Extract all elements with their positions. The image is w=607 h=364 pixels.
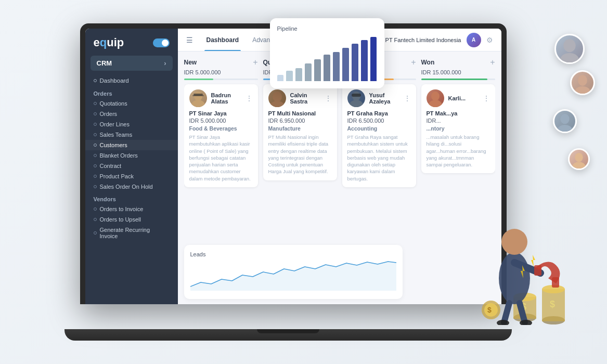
dot-icon xyxy=(94,175,97,178)
sidebar-item-label: Orders xyxy=(100,111,118,117)
card-menu-icon[interactable]: ⋮ xyxy=(246,94,253,102)
sidebar-item-label: Contract xyxy=(100,163,122,169)
sidebar-item-orders[interactable]: Orders xyxy=(85,109,178,119)
sidebar-item-contract[interactable]: Contract xyxy=(85,161,178,171)
dot-icon xyxy=(94,144,97,147)
pipeline-popup: Pipeline xyxy=(270,18,384,88)
card-industry: ...ntory xyxy=(427,125,490,132)
card-header: Badrun Alatas ⋮ xyxy=(189,89,253,107)
card-amount: IDR 5.000.000 xyxy=(189,118,253,124)
card-avatar xyxy=(268,89,286,107)
sidebar-item-label: Generate Recurring Invoice xyxy=(100,227,170,239)
pipeline-bar xyxy=(314,59,321,82)
sidebar-item-generate-invoice[interactable]: Generate Recurring Invoice xyxy=(85,225,178,241)
laptop-container: equip CRM › Dashboard xyxy=(64,23,543,341)
sidebar-item-order-lines[interactable]: Order Lines xyxy=(85,119,178,129)
dot-icon xyxy=(94,112,97,115)
card-industry: Accounting xyxy=(347,125,411,132)
col-progress-new xyxy=(184,79,258,80)
sidebar-item-label: Product Pack xyxy=(100,173,134,179)
toggle-switch[interactable] xyxy=(153,38,170,47)
crm-selector[interactable]: CRM › xyxy=(91,56,173,71)
card-description: PT Graha Raya sangat membutuhkan sistem … xyxy=(347,134,411,182)
sidebar-item-label: Order Lines xyxy=(100,121,130,127)
company-name: PT Fantech Limited Indonesia xyxy=(385,37,461,43)
pipeline-bar xyxy=(361,40,368,81)
sidebar-item-customers[interactable]: Customers xyxy=(85,140,178,150)
pipeline-bar xyxy=(286,71,293,81)
sidebar-item-label: Sales Teams xyxy=(100,132,133,138)
col-add-icon-proposition[interactable]: + xyxy=(411,58,416,67)
card-description: PT Multi Nasional ingin memiliki efisien… xyxy=(268,134,332,175)
svg-line-27 xyxy=(520,303,525,322)
svg-point-10 xyxy=(429,100,442,107)
sidebar-item-orders-to-invoice[interactable]: Orders to Invoice xyxy=(85,204,178,214)
floating-avatar-3 xyxy=(553,109,577,133)
svg-point-11 xyxy=(563,39,575,52)
sidebar-item-blanket-orders[interactable]: Blanket Orders xyxy=(85,150,178,161)
pipeline-bar xyxy=(342,48,349,81)
leads-chart-title: Leads xyxy=(190,251,396,257)
leads-chart-svg xyxy=(190,261,396,291)
svg-point-14 xyxy=(575,86,590,95)
svg-point-18 xyxy=(572,162,586,170)
col-add-icon-new[interactable]: + xyxy=(253,58,257,67)
svg-point-9 xyxy=(431,92,440,101)
tab-dashboard[interactable]: Dashboard xyxy=(204,29,241,51)
avatar: A xyxy=(467,33,481,47)
col-add-icon-won[interactable]: + xyxy=(490,58,495,67)
svg-point-5 xyxy=(270,101,285,107)
sidebar-item-product-pack[interactable]: Product Pack xyxy=(85,171,178,181)
crm-arrow-icon: › xyxy=(164,59,166,67)
vendors-section-label: Vendors xyxy=(85,192,178,204)
sidebar-item-sales-order-hold[interactable]: Sales Order On Hold xyxy=(85,181,178,192)
pipeline-bars-container xyxy=(277,37,377,81)
kanban-card-proposition-0[interactable]: Yusuf Azaleya ⋮ PT Graha Raya IDR 6.500.… xyxy=(342,84,416,187)
logo-rest: uip xyxy=(107,36,124,49)
card-header: Yusuf Azaleya ⋮ xyxy=(347,89,411,107)
card-header: Karli... ⋮ xyxy=(427,89,490,107)
card-menu-icon[interactable]: ⋮ xyxy=(325,94,332,102)
dot-icon xyxy=(94,133,97,136)
svg-point-16 xyxy=(558,125,572,133)
sidebar-item-orders-to-upsell[interactable]: Orders to Upsell xyxy=(85,214,178,225)
col-title-new: New xyxy=(184,59,197,66)
sidebar-item-quotations[interactable]: Quotations xyxy=(85,98,178,109)
card-description: ...masalah untuk barang hilang di...solu… xyxy=(427,134,490,168)
card-amount: IDR 6.500.000 xyxy=(347,118,411,124)
svg-point-20 xyxy=(501,229,527,255)
svg-rect-22 xyxy=(534,265,541,276)
kanban-card-qualified-0[interactable]: Calvin Sastra ⋮ PT Multi Nasional IDR 6.… xyxy=(263,84,337,180)
kanban-card-new-0[interactable]: Badrun Alatas ⋮ PT Sinar Jaya IDR 5.000.… xyxy=(184,84,258,187)
sidebar-item-sales-teams[interactable]: Sales Teams xyxy=(85,129,178,140)
sidebar: equip CRM › Dashboard xyxy=(85,29,178,304)
col-header-new: New + xyxy=(184,58,258,67)
kanban-column-new: New + IDR 5.000.000 xyxy=(184,58,258,241)
svg-rect-3 xyxy=(192,95,204,96)
col-title-won: Won xyxy=(421,59,435,66)
sidebar-item-dashboard[interactable]: Dashboard xyxy=(85,75,178,86)
svg-point-13 xyxy=(578,75,587,86)
pipeline-bar xyxy=(352,44,358,81)
sidebar-logo: equip xyxy=(85,29,178,54)
dot-icon xyxy=(94,231,97,235)
card-company: PT Graha Raya xyxy=(347,110,411,116)
floating-avatar-2 xyxy=(570,70,595,95)
dot-icon xyxy=(94,123,97,126)
kanban-card-won-0[interactable]: Karli... ⋮ PT Mak...ya IDR... ...ntory .… xyxy=(421,84,495,173)
dot-icon xyxy=(94,218,97,221)
floating-avatar-1 xyxy=(554,34,585,64)
pipeline-popup-title: Pipeline xyxy=(277,25,377,32)
pipeline-bar xyxy=(333,52,340,81)
settings-icon[interactable]: ⚙ xyxy=(486,36,493,44)
sidebar-item-label: Orders to Invoice xyxy=(100,206,144,212)
card-menu-icon[interactable]: ⋮ xyxy=(404,94,411,102)
card-menu-icon[interactable]: ⋮ xyxy=(483,94,490,102)
pipeline-bar xyxy=(324,55,330,81)
sidebar-item-label: Sales Order On Hold xyxy=(100,184,153,190)
pipeline-bar xyxy=(305,63,312,81)
col-header-won: Won + xyxy=(421,58,495,67)
pipeline-bar xyxy=(295,68,302,82)
leads-chart-card: Leads xyxy=(184,245,403,299)
card-industry: Manufacture xyxy=(268,125,332,132)
